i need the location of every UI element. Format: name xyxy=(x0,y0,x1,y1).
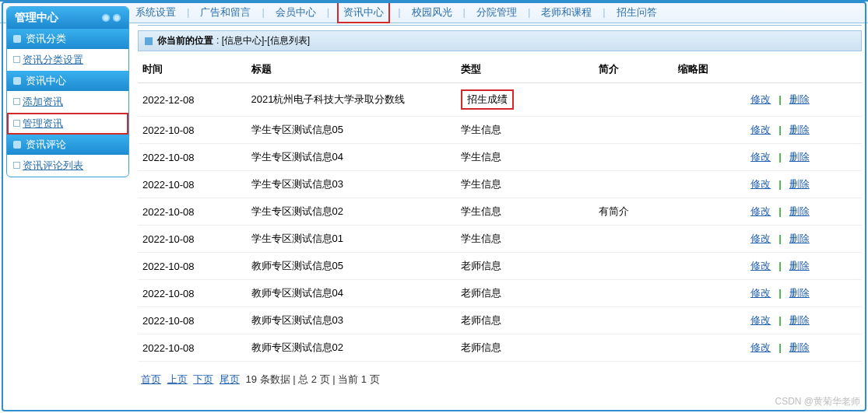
delete-link[interactable]: 删除 xyxy=(789,287,810,299)
cell-summary xyxy=(594,171,673,198)
sidebar-item[interactable]: 资讯评论列表 xyxy=(7,155,128,177)
nav-item[interactable]: 会员中心 xyxy=(272,5,319,19)
nav-sep: | xyxy=(528,6,530,18)
pager-first[interactable]: 首页 xyxy=(141,373,161,385)
pager-prev[interactable]: 上页 xyxy=(167,373,188,385)
cell-date: 2022-10-08 xyxy=(138,171,247,198)
delete-link[interactable]: 删除 xyxy=(789,205,810,217)
cell-date: 2022-10-08 xyxy=(138,307,247,334)
cell-summary xyxy=(594,226,673,253)
pager-next[interactable]: 下页 xyxy=(193,373,213,385)
sidebar-title-dots xyxy=(102,14,121,22)
table-row: 2022-10-08学生专区测试信息03学生信息修改|删除 xyxy=(138,171,862,198)
action-sep: | xyxy=(778,341,782,353)
cell-title: 学生专区测试信息01 xyxy=(247,226,457,253)
cell-thumb xyxy=(673,280,746,307)
edit-link[interactable]: 修改 xyxy=(750,233,771,244)
sidebar-item[interactable]: 资讯分类设置 xyxy=(7,49,128,71)
cell-thumb xyxy=(673,307,746,334)
action-sep: | xyxy=(778,233,782,244)
edit-link[interactable]: 修改 xyxy=(750,151,771,163)
delete-link[interactable]: 删除 xyxy=(789,124,810,135)
edit-link[interactable]: 修改 xyxy=(750,341,771,353)
delete-link[interactable]: 删除 xyxy=(789,341,810,353)
nav-item[interactable]: 资讯中心 xyxy=(337,2,390,23)
nav-item[interactable]: 系统设置 xyxy=(132,5,179,19)
nav-sep: | xyxy=(603,6,605,18)
main-panel: 你当前的位置 : [信息中心]-[信息列表] 时间标题类型简介缩略图 2022-… xyxy=(138,25,862,399)
cell-summary xyxy=(594,307,673,334)
pager-info: 19 条数据 | 总 2 页 | 当前 1 页 xyxy=(246,373,380,385)
col-header: 简介 xyxy=(594,56,673,83)
cell-summary xyxy=(594,144,673,171)
delete-link[interactable]: 删除 xyxy=(789,314,810,326)
edit-link[interactable]: 修改 xyxy=(750,260,771,271)
sidebar-item[interactable]: 管理资讯 xyxy=(7,113,128,135)
sidebar-title: 管理中心 xyxy=(7,7,128,29)
cell-summary xyxy=(594,117,673,144)
cell-type: 老师信息 xyxy=(456,280,594,307)
edit-link[interactable]: 修改 xyxy=(750,124,771,135)
edit-link[interactable]: 修改 xyxy=(750,93,771,105)
table-row: 2022-10-08学生专区测试信息05学生信息修改|删除 xyxy=(138,117,862,144)
table-row: 2022-12-082021杭州电子科技大学录取分数线招生成绩修改|删除 xyxy=(138,83,862,117)
cell-thumb xyxy=(673,144,746,171)
nav-sep: | xyxy=(398,6,400,18)
cell-actions: 修改|删除 xyxy=(746,307,862,334)
action-sep: | xyxy=(778,205,782,217)
cell-type: 招生成绩 xyxy=(456,83,594,117)
nav-item[interactable]: 分院管理 xyxy=(473,5,520,19)
delete-link[interactable]: 删除 xyxy=(789,93,810,105)
table-row: 2022-10-08教师专区测试信息05老师信息修改|删除 xyxy=(138,253,862,280)
table-row: 2022-10-08教师专区测试信息04老师信息修改|删除 xyxy=(138,280,862,307)
watermark: CSDN @黄菊华老师 xyxy=(775,395,860,408)
cell-actions: 修改|删除 xyxy=(746,117,862,144)
sidebar-section[interactable]: 资讯中心 xyxy=(7,71,128,91)
action-sep: | xyxy=(778,287,782,299)
nav-item[interactable]: 老师和课程 xyxy=(538,5,595,19)
sidebar-item[interactable]: 添加资讯 xyxy=(7,91,128,113)
action-sep: | xyxy=(778,151,782,163)
cell-summary xyxy=(594,334,673,362)
pager: 首页 上页 下页 尾页 19 条数据 | 总 2 页 | 当前 1 页 xyxy=(138,362,862,397)
edit-link[interactable]: 修改 xyxy=(750,178,771,190)
cell-actions: 修改|删除 xyxy=(746,198,862,226)
sidebar-section[interactable]: 资讯评论 xyxy=(7,135,128,155)
col-header: 标题 xyxy=(247,56,457,83)
edit-link[interactable]: 修改 xyxy=(750,287,771,299)
cell-type: 学生信息 xyxy=(456,144,594,171)
cell-actions: 修改|删除 xyxy=(746,226,862,253)
cell-date: 2022-12-08 xyxy=(138,83,247,117)
breadcrumb-path: : [信息中心]-[信息列表] xyxy=(216,34,310,47)
cell-type: 学生信息 xyxy=(456,117,594,144)
cell-summary xyxy=(594,253,673,280)
edit-link[interactable]: 修改 xyxy=(750,314,771,326)
nav-item[interactable]: 广告和留言 xyxy=(197,5,254,19)
cell-thumb xyxy=(673,83,746,117)
cell-title: 学生专区测试信息02 xyxy=(247,198,457,226)
cell-type: 学生信息 xyxy=(456,226,594,253)
cell-date: 2022-10-08 xyxy=(138,198,247,226)
cell-actions: 修改|删除 xyxy=(746,171,862,198)
delete-link[interactable]: 删除 xyxy=(789,178,810,190)
col-header xyxy=(746,56,862,83)
nav-sep: | xyxy=(327,6,329,18)
delete-link[interactable]: 删除 xyxy=(789,151,810,163)
edit-link[interactable]: 修改 xyxy=(750,205,771,217)
data-table: 时间标题类型简介缩略图 2022-12-082021杭州电子科技大学录取分数线招… xyxy=(138,56,862,362)
sidebar: 管理中心 资讯分类资讯分类设置资讯中心添加资讯管理资讯资讯评论资讯评论列表 xyxy=(6,6,129,177)
cell-type: 老师信息 xyxy=(456,307,594,334)
table-row: 2022-10-08教师专区测试信息02老师信息修改|删除 xyxy=(138,334,862,362)
cell-title: 教师专区测试信息04 xyxy=(247,280,457,307)
sidebar-section[interactable]: 资讯分类 xyxy=(7,29,128,49)
cell-date: 2022-10-08 xyxy=(138,144,247,171)
cell-thumb xyxy=(673,226,746,253)
nav-item[interactable]: 校园风光 xyxy=(409,5,455,19)
cell-actions: 修改|删除 xyxy=(746,280,862,307)
action-sep: | xyxy=(778,124,782,135)
pager-last[interactable]: 尾页 xyxy=(220,373,240,385)
nav-item[interactable]: 招生问答 xyxy=(613,5,660,19)
cell-title: 教师专区测试信息02 xyxy=(247,334,457,362)
delete-link[interactable]: 删除 xyxy=(789,233,810,244)
delete-link[interactable]: 删除 xyxy=(789,260,810,271)
